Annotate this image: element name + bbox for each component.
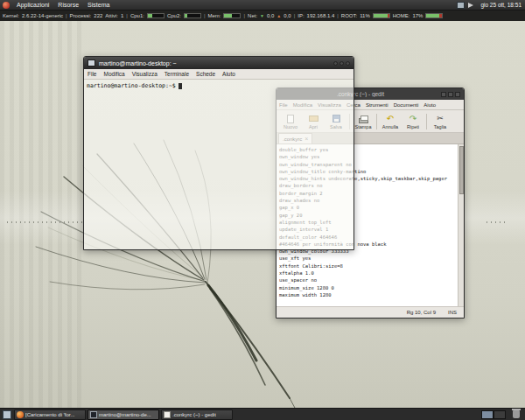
terminal-menu-view[interactable]: Visualizza <box>129 71 161 77</box>
separator: | <box>243 13 245 18</box>
root-disk-meter <box>373 13 390 18</box>
minimize-button[interactable] <box>441 92 446 97</box>
root-value: 11% <box>360 13 370 18</box>
active-value: 1 <box>121 13 123 18</box>
gedit-scrollbar[interactable] <box>458 144 464 306</box>
cpu2-meter <box>184 13 201 18</box>
cursor-position: Rg 10, Col 9 <box>407 310 436 315</box>
kernel-value: 2.6.22-14-generic <box>22 13 63 18</box>
separator: | <box>337 13 339 18</box>
menu-places[interactable]: Risorse <box>53 2 83 8</box>
terminal-menu-file[interactable]: File <box>84 71 100 77</box>
volume-tray-icon[interactable] <box>468 3 476 8</box>
task-label: martino@martino-de... <box>99 412 151 417</box>
gedit-icon <box>164 411 171 418</box>
root-label: ROOT: <box>341 13 357 18</box>
home-value: 17% <box>412 13 423 18</box>
redo-icon: ↷ <box>410 114 416 124</box>
cut-button[interactable]: ✂ Taglia <box>429 111 452 132</box>
undo-button-label: Annulla <box>382 124 398 130</box>
terminal-menu-tabs[interactable]: Schede <box>192 71 219 77</box>
terminal-icon <box>90 411 97 418</box>
processes-value: 222 <box>94 13 102 18</box>
gedit-menu-tools[interactable]: Strumenti <box>363 102 391 108</box>
cpu1-meter <box>147 13 164 18</box>
scissors-icon: ✂ <box>437 114 444 124</box>
maximize-button[interactable] <box>340 61 344 66</box>
toolbar-separator <box>376 114 377 130</box>
memory-label: Mem: <box>207 13 220 18</box>
toolbar-separator <box>426 114 427 130</box>
gedit-statusbar: Rg 10, Col 9 INS <box>276 306 464 318</box>
net-download-value: 0,0 <box>267 13 274 18</box>
terminal-menu-help[interactable]: Aiuto <box>219 71 239 77</box>
minimize-button[interactable] <box>333 61 338 66</box>
task-terminal[interactable]: martino@martino-de... <box>88 410 159 420</box>
workspace-1[interactable] <box>481 410 494 419</box>
separator: | <box>204 13 206 18</box>
terminal-title: martino@martino-desktop: ~ <box>99 60 177 66</box>
terminal-prompt: martino@martino-desktop:~$ <box>87 82 176 89</box>
network-tray-icon[interactable] <box>457 2 465 9</box>
ip-label: IP: <box>298 13 304 18</box>
terminal-window-icon <box>88 60 95 66</box>
print-button[interactable]: Stampa <box>352 111 374 132</box>
close-button[interactable] <box>346 61 350 66</box>
separator: | <box>126 13 128 18</box>
input-mode: INS <box>448 310 457 315</box>
net-upload-icon: ▲ <box>276 13 281 18</box>
desktop: .conkyrc (~) - gedit File Modifica Visua… <box>0 0 525 420</box>
net-label: Net: <box>248 13 257 18</box>
top-panel: Applicazioni Risorse Sistema gio 25 ott,… <box>0 0 525 21</box>
distro-logo-icon[interactable] <box>3 2 10 9</box>
print-button-label: Stampa <box>355 124 372 130</box>
terminal-menu-edit[interactable]: Modifica <box>100 71 128 77</box>
terminal-menu-terminal[interactable]: Terminale <box>161 71 192 77</box>
net-upload-value: 0,0 <box>284 13 290 18</box>
print-icon <box>359 118 368 123</box>
redo-button-label: Ripeti <box>407 124 419 130</box>
undo-icon: ↶ <box>387 114 394 124</box>
active-label: Attivi: <box>105 13 118 18</box>
gedit-menu-documents[interactable]: Documenti <box>391 102 422 108</box>
gedit-menu-help[interactable]: Aiuto <box>421 102 438 108</box>
task-label: [Caricamento di 'for... <box>25 412 75 417</box>
system-monitor-bar: Kernel: 2.6.22-14-generic | Processi: 22… <box>0 10 525 21</box>
cpu1-label: Cpu1: <box>130 13 144 18</box>
task-gedit[interactable]: .conkyrc (~) - gedit <box>161 410 233 420</box>
workspace-2[interactable] <box>494 410 506 419</box>
undo-button[interactable]: ↶ Annulla <box>379 111 402 132</box>
menu-applications[interactable]: Applicazioni <box>12 2 53 8</box>
terminal-menubar: File Modifica Visualizza Terminale Sched… <box>84 69 354 80</box>
separator: | <box>66 13 67 18</box>
processes-label: Processi: <box>70 13 92 18</box>
menu-panel: Applicazioni Risorse Sistema gio 25 ott,… <box>0 0 525 10</box>
close-button[interactable] <box>455 92 460 97</box>
task-firefox[interactable]: [Caricamento di 'for... <box>14 410 86 420</box>
trash-icon[interactable] <box>513 410 520 418</box>
terminal-content[interactable]: martino@martino-desktop:~$ <box>84 80 354 249</box>
net-download-icon: ▼ <box>260 13 264 18</box>
bottom-panel: [Caricamento di 'for... martino@martino-… <box>0 408 525 420</box>
scrollbar-thumb[interactable] <box>459 146 464 194</box>
menu-system[interactable]: Sistema <box>83 2 114 8</box>
home-disk-meter <box>425 13 443 18</box>
memory-meter <box>223 13 241 18</box>
kernel-label: Kernel: <box>3 13 19 18</box>
clock[interactable]: gio 25 ott, 18:51 <box>480 2 525 8</box>
maximize-button[interactable] <box>448 92 453 97</box>
desktop-dots <box>486 221 506 223</box>
workspace-switcher <box>481 410 506 419</box>
cpu2-label: Cpu2: <box>167 13 181 18</box>
show-desktop-icon[interactable] <box>3 410 11 419</box>
home-label: HOME: <box>393 13 410 18</box>
terminal-titlebar[interactable]: martino@martino-desktop: ~ <box>84 57 354 69</box>
ip-value: 192.168.1.4 <box>307 13 335 18</box>
redo-button[interactable]: ↷ Ripeti <box>402 111 424 132</box>
separator: | <box>294 13 296 18</box>
terminal-cursor <box>178 83 182 89</box>
desktop-dots <box>7 221 82 223</box>
terminal-window: martino@martino-desktop: ~ File Modifica… <box>83 56 354 250</box>
task-label: .conkyrc (~) - gedit <box>172 412 216 417</box>
cut-button-label: Taglia <box>434 124 446 130</box>
